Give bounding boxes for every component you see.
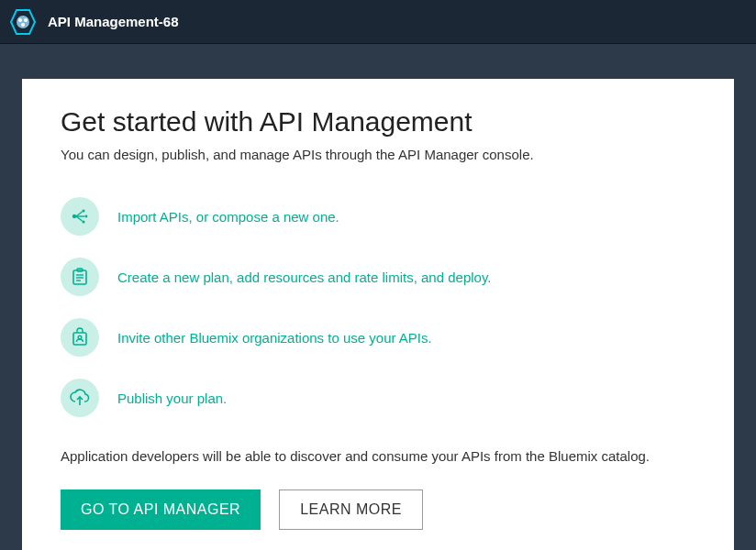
invite-icon [61, 318, 99, 357]
step-invite: Invite other Bluemix organizations to us… [61, 318, 695, 357]
svg-line-9 [76, 212, 83, 216]
import-icon [61, 197, 99, 236]
svg-point-18 [78, 336, 82, 339]
topbar: API Management-68 [0, 0, 756, 44]
api-management-icon [9, 8, 37, 36]
footer-text: Application developers will be able to d… [61, 448, 695, 464]
card-subtitle: You can design, publish, and manage APIs… [61, 147, 695, 162]
go-to-api-manager-button[interactable]: GO TO API MANAGER [61, 490, 261, 530]
get-started-card: Get started with API Management You can … [22, 79, 734, 550]
card-title: Get started with API Management [61, 106, 695, 138]
svg-point-5 [72, 214, 76, 218]
svg-point-6 [82, 209, 84, 212]
publish-icon [61, 379, 99, 417]
svg-point-7 [82, 220, 84, 223]
plan-icon [61, 258, 99, 296]
step-label: Import APIs, or compose a new one. [117, 209, 339, 225]
topbar-title: API Management-68 [48, 14, 179, 29]
svg-point-2 [18, 18, 22, 22]
step-import: Import APIs, or compose a new one. [61, 197, 695, 236]
button-row: GO TO API MANAGER LEARN MORE [61, 490, 695, 530]
step-label: Publish your plan. [117, 390, 227, 406]
step-publish: Publish your plan. [61, 379, 695, 417]
learn-more-button[interactable]: LEARN MORE [279, 490, 423, 530]
svg-point-4 [21, 23, 25, 27]
svg-point-3 [24, 18, 28, 22]
step-label: Create a new plan, add resources and rat… [117, 270, 491, 285]
step-plan: Create a new plan, add resources and rat… [61, 258, 695, 296]
svg-line-10 [76, 216, 83, 221]
svg-point-8 [85, 215, 88, 218]
page-wrapper: Get started with API Management You can … [0, 44, 756, 550]
step-label: Invite other Bluemix organizations to us… [117, 330, 432, 346]
